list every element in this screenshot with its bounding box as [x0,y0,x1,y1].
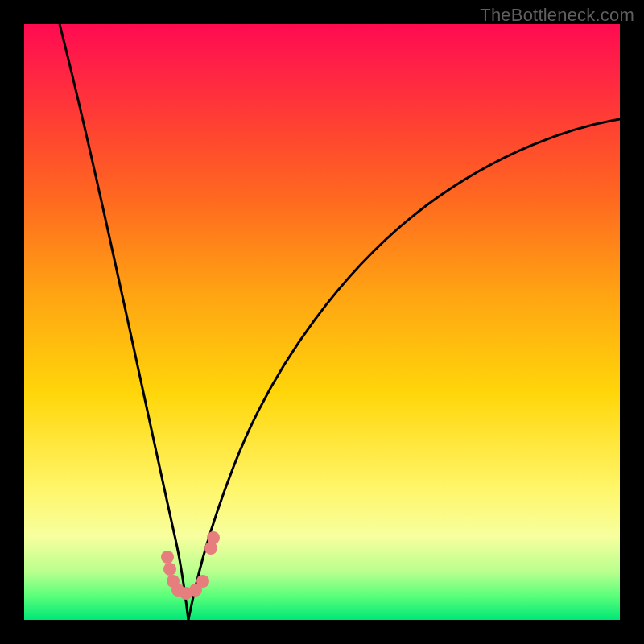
marker-dot [161,551,174,564]
chart-svg [24,24,620,620]
marker-dot [207,531,220,544]
marker-dot [163,563,176,576]
left-curve [60,24,188,620]
marker-dot [196,575,209,588]
chart-plot-area [24,24,620,620]
right-curve [188,119,620,620]
watermark-text: TheBottleneck.com [480,5,634,26]
marker-cluster [161,531,220,600]
